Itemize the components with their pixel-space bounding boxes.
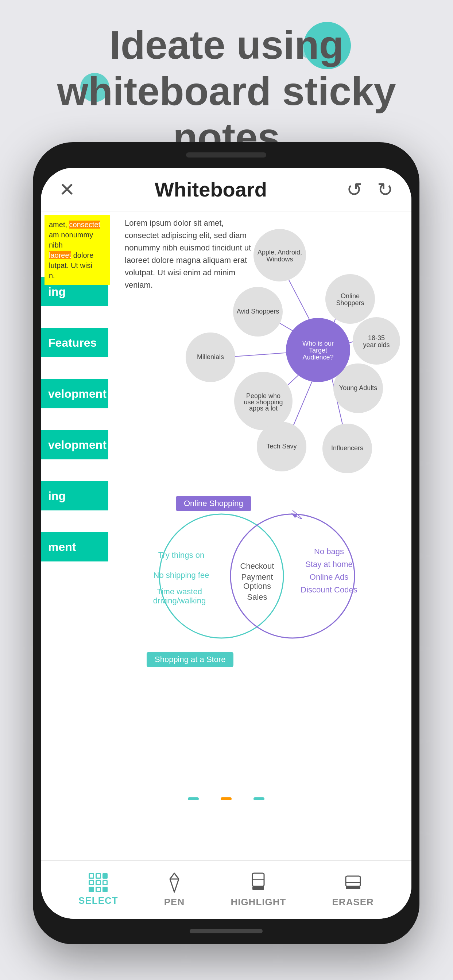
hero-title: Ideate using whiteboard sticky notes bbox=[0, 22, 453, 161]
undo-button[interactable]: ↺ bbox=[346, 179, 362, 200]
svg-rect-53 bbox=[252, 886, 264, 890]
svg-text:Apple, Android,: Apple, Android, bbox=[257, 249, 302, 256]
phone-frame: ✕ Whiteboard ↺ ↻ ing Features velopment … bbox=[33, 142, 420, 944]
svg-text:Options: Options bbox=[243, 582, 271, 590]
svg-text:Try things on: Try things on bbox=[158, 550, 204, 560]
color-dot-teal bbox=[188, 797, 199, 800]
header-action-icons: ↺ ↻ bbox=[346, 179, 393, 200]
toolbar-pen-label: PEN bbox=[164, 897, 185, 908]
sidebar-bar-4: velopment bbox=[41, 430, 108, 460]
toolbar-select-label: SELECT bbox=[78, 895, 118, 906]
sidebar-bar-3: velopment bbox=[41, 379, 108, 408]
color-dot-orange bbox=[221, 797, 231, 800]
color-dot-teal2 bbox=[254, 797, 265, 800]
venn-svg: Try things on No shipping fee Time waste… bbox=[114, 488, 412, 671]
svg-text:18-35: 18-35 bbox=[368, 334, 385, 342]
toolbar-eraser-label: ERASER bbox=[332, 897, 374, 908]
svg-text:Target: Target bbox=[309, 347, 327, 354]
eraser-icon bbox=[344, 872, 362, 894]
highlight-icon bbox=[249, 872, 268, 894]
color-indicator-dots bbox=[41, 797, 412, 800]
svg-marker-50 bbox=[170, 873, 179, 892]
svg-text:Young Adults: Young Adults bbox=[339, 384, 377, 391]
redo-button[interactable]: ↻ bbox=[377, 179, 393, 200]
toolbar-highlight-label: HIGHLIGHT bbox=[231, 897, 286, 908]
pen-icon bbox=[165, 872, 184, 894]
svg-text:Audience?: Audience? bbox=[302, 354, 333, 361]
svg-text:Time wasted: Time wasted bbox=[157, 587, 202, 596]
sidebar-bar-6: ment bbox=[41, 532, 108, 562]
svg-text:apps a lot: apps a lot bbox=[249, 405, 278, 412]
sidebar-bar-5: ing bbox=[41, 481, 108, 511]
yellow-sticky-note: amet, consectet am nonummy nibh laoreet … bbox=[45, 215, 110, 285]
mindmap-svg: Apple, Android, Windows Online Shoppers … bbox=[114, 215, 412, 500]
svg-text:Tech Savy: Tech Savy bbox=[266, 442, 297, 450]
svg-text:Who is our: Who is our bbox=[302, 340, 334, 347]
app-title: Whiteboard bbox=[155, 178, 267, 201]
sidebar-bar-2: Features bbox=[41, 328, 108, 357]
toolbar-select[interactable]: SELECT bbox=[78, 873, 118, 906]
svg-text:year olds: year olds bbox=[363, 341, 389, 348]
close-button[interactable]: ✕ bbox=[59, 179, 75, 200]
svg-text:No shipping fee: No shipping fee bbox=[153, 571, 209, 580]
svg-text:Windows: Windows bbox=[266, 256, 293, 263]
svg-text:Checkout: Checkout bbox=[240, 562, 274, 571]
svg-text:Discount Codes: Discount Codes bbox=[301, 585, 357, 594]
svg-text:Influencers: Influencers bbox=[331, 444, 363, 452]
toolbar-pen[interactable]: PEN bbox=[164, 872, 185, 908]
svg-text:Millenials: Millenials bbox=[197, 353, 224, 361]
home-indicator bbox=[190, 929, 263, 933]
phone-screen: ✕ Whiteboard ↺ ↻ ing Features velopment … bbox=[41, 168, 412, 919]
svg-rect-55 bbox=[346, 876, 360, 886]
svg-text:Shoppers: Shoppers bbox=[336, 299, 364, 307]
online-shopping-label: Online Shopping bbox=[176, 496, 251, 511]
svg-text:No bags: No bags bbox=[314, 547, 344, 556]
svg-text:Payment: Payment bbox=[241, 573, 273, 582]
svg-text:Avid Shoppers: Avid Shoppers bbox=[237, 308, 279, 315]
svg-text:Stay at home: Stay at home bbox=[305, 560, 353, 569]
store-label: Shopping at a Store bbox=[147, 652, 233, 667]
svg-text:Online Ads: Online Ads bbox=[309, 573, 348, 582]
toolbar-highlight[interactable]: HIGHLIGHT bbox=[231, 872, 286, 908]
phone-notch bbox=[186, 153, 266, 158]
svg-text:driving/walking: driving/walking bbox=[153, 596, 206, 605]
svg-text:Sales: Sales bbox=[247, 592, 267, 601]
venn-diagram-area: Online Shopping Try things on bbox=[114, 488, 412, 671]
svg-text:Online: Online bbox=[341, 293, 360, 300]
app-content: ing Features velopment velopment ing men… bbox=[41, 212, 412, 861]
canvas-area[interactable]: ing Features velopment velopment ing men… bbox=[41, 212, 412, 861]
app-header: ✕ Whiteboard ↺ ↻ bbox=[41, 168, 412, 212]
app-toolbar: SELECT PEN HIGHLIGHT bbox=[41, 861, 412, 919]
svg-rect-56 bbox=[346, 886, 360, 889]
toolbar-eraser[interactable]: ERASER bbox=[332, 872, 374, 908]
